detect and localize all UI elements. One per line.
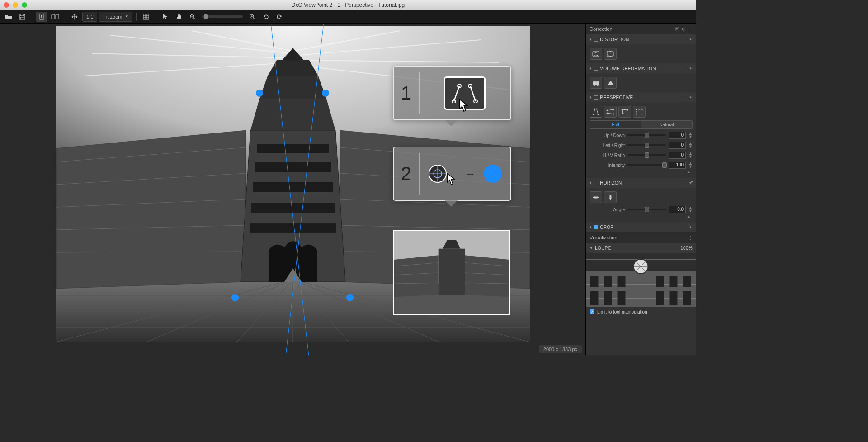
intensity-slider[interactable] bbox=[627, 164, 666, 166]
intensity-value[interactable]: 100 bbox=[669, 162, 686, 169]
crop-title: CROP bbox=[600, 225, 687, 230]
guide-handle-bottom-right[interactable] bbox=[346, 294, 354, 301]
distortion-section-header[interactable]: ▼ DISTORTION ↶ bbox=[586, 34, 696, 44]
perspective-point-icon bbox=[484, 165, 502, 183]
disclosure-triangle-icon: ▼ bbox=[589, 225, 592, 229]
maximize-window-button[interactable] bbox=[22, 2, 27, 8]
horizon-section-header[interactable]: ▼ HORIZON ↶ bbox=[586, 178, 696, 188]
undo-button[interactable] bbox=[260, 12, 272, 22]
angle-value[interactable]: 0.0 bbox=[669, 206, 686, 213]
reset-icon[interactable]: ↶ bbox=[689, 180, 693, 186]
perspective-section-header[interactable]: ▼ PERSPECTIVE ↶ bbox=[586, 92, 696, 102]
perspective-horizontal-button[interactable] bbox=[604, 106, 617, 118]
reset-icon[interactable]: ↶ bbox=[689, 95, 693, 100]
collapse-advanced-icon[interactable]: ▲ bbox=[590, 213, 693, 219]
close-window-button[interactable] bbox=[4, 2, 9, 8]
updown-stepper[interactable]: ▲▼ bbox=[689, 132, 693, 138]
intensity-label: Intensity bbox=[590, 163, 625, 168]
single-view-button[interactable] bbox=[36, 12, 47, 22]
compare-view-button[interactable] bbox=[49, 12, 61, 22]
canvas-area[interactable]: 1 bbox=[0, 24, 585, 355]
menu-icon[interactable]: ⋮ bbox=[688, 27, 693, 32]
loupe-zoom-value[interactable]: 100% bbox=[680, 246, 693, 251]
zoom-mode-label: Fit zoom bbox=[103, 14, 122, 19]
hvratio-label: H / V Ratio bbox=[590, 153, 625, 158]
grid-toggle-button[interactable] bbox=[140, 12, 152, 22]
perspective-8point-button[interactable] bbox=[633, 106, 646, 118]
hand-tool-button[interactable] bbox=[173, 12, 185, 22]
horizon-level-button[interactable] bbox=[590, 191, 602, 203]
crop-section-header[interactable]: ▼ CROP ↶ bbox=[586, 222, 696, 232]
popout-icon[interactable]: ⇱ bbox=[675, 27, 679, 32]
reset-icon[interactable]: ↶ bbox=[689, 66, 693, 71]
leftright-stepper[interactable]: ▲▼ bbox=[689, 142, 693, 148]
minimize-window-button[interactable] bbox=[13, 2, 18, 8]
image-canvas[interactable]: 1 bbox=[56, 26, 530, 342]
perspective-mode-segment[interactable]: Full Natural bbox=[590, 120, 693, 129]
distortion-title: DISTORTION bbox=[600, 37, 687, 42]
guide-handle-bottom-left[interactable] bbox=[231, 294, 239, 301]
menu-icon[interactable]: ⋮ bbox=[688, 235, 693, 240]
volume-diagonal-button[interactable] bbox=[604, 77, 617, 89]
zoom-1-1-button[interactable]: 1:1 bbox=[82, 12, 97, 22]
disclosure-triangle-icon: ▼ bbox=[589, 38, 592, 42]
angle-stepper[interactable]: ▲▼ bbox=[689, 206, 693, 213]
svg-rect-3 bbox=[56, 14, 59, 19]
distortion-barrel-button[interactable] bbox=[590, 48, 602, 60]
enable-checkbox[interactable] bbox=[594, 95, 598, 100]
refresh-icon[interactable]: ⟳ bbox=[682, 27, 685, 32]
volume-section-header[interactable]: ▼ VOLUME DEFORMATION ↶ bbox=[586, 63, 696, 73]
enable-checkbox[interactable] bbox=[594, 38, 598, 42]
guide-handle-top-left[interactable] bbox=[256, 90, 263, 97]
horizon-vertical-button[interactable] bbox=[604, 191, 617, 203]
redo-button[interactable] bbox=[274, 12, 285, 22]
volume-horizontal-button[interactable] bbox=[590, 77, 602, 89]
hvratio-value[interactable]: 0 bbox=[669, 152, 686, 159]
seg-natural[interactable]: Natural bbox=[641, 121, 692, 128]
svg-rect-50 bbox=[253, 182, 333, 192]
updown-value[interactable]: 0 bbox=[669, 132, 686, 139]
hint-step-number: 1 bbox=[394, 82, 419, 104]
tutorial-hint-2: 2 → bbox=[393, 147, 511, 201]
hvratio-stepper[interactable]: ▲▼ bbox=[689, 152, 693, 158]
updown-label: Up / Down bbox=[590, 133, 625, 138]
angle-slider[interactable] bbox=[627, 209, 666, 210]
svg-point-91 bbox=[613, 114, 614, 115]
reset-icon[interactable]: ↶ bbox=[689, 224, 693, 230]
enable-checkbox-checked[interactable] bbox=[594, 225, 598, 229]
open-file-button[interactable] bbox=[3, 12, 14, 22]
loupe-section-header[interactable]: ▼ LOUPE 100% bbox=[586, 243, 696, 253]
hvratio-slider[interactable] bbox=[627, 154, 666, 156]
svg-point-85 bbox=[598, 114, 599, 115]
svg-point-96 bbox=[622, 113, 623, 114]
intensity-stepper[interactable]: ▲▼ bbox=[689, 162, 693, 168]
distortion-pincushion-button[interactable] bbox=[604, 48, 617, 60]
checkbox-checked-icon[interactable]: ✓ bbox=[590, 309, 594, 314]
move-tool-button[interactable] bbox=[69, 12, 80, 22]
limit-checkbox-row[interactable]: ✓ Limit to tool manipulation bbox=[586, 307, 696, 317]
visualization-panel-title: Visualization bbox=[590, 235, 618, 240]
svg-rect-68 bbox=[438, 249, 465, 295]
updown-slider[interactable] bbox=[627, 134, 666, 136]
guide-handle-top-right[interactable] bbox=[322, 90, 329, 97]
pointer-tool-button[interactable] bbox=[160, 12, 171, 22]
svg-line-55 bbox=[470, 86, 476, 101]
perspective-vertical-button[interactable] bbox=[590, 106, 602, 118]
save-file-button[interactable] bbox=[16, 12, 28, 22]
collapse-advanced-icon[interactable]: ▲ bbox=[590, 169, 693, 174]
limit-checkbox-label: Limit to tool manipulation bbox=[597, 309, 647, 314]
perspective-rectangle-button[interactable] bbox=[618, 106, 631, 118]
zoom-slider[interactable] bbox=[202, 15, 243, 18]
seg-full[interactable]: Full bbox=[590, 121, 641, 128]
arrow-right-icon: → bbox=[465, 167, 476, 180]
enable-checkbox[interactable] bbox=[594, 181, 598, 185]
window-title: DxO ViewPoint 2 - 1 - Perspective - Tuto… bbox=[292, 2, 405, 8]
zoom-mode-dropdown[interactable]: Fit zoom ▼ bbox=[99, 12, 132, 22]
leftright-value[interactable]: 0 bbox=[669, 142, 686, 149]
reset-icon[interactable]: ↶ bbox=[689, 37, 693, 43]
enable-checkbox[interactable] bbox=[594, 67, 598, 71]
zoom-out-icon[interactable] bbox=[187, 12, 198, 22]
leftright-slider[interactable] bbox=[627, 144, 666, 146]
svg-point-101 bbox=[636, 114, 637, 115]
zoom-in-icon[interactable] bbox=[246, 12, 258, 22]
